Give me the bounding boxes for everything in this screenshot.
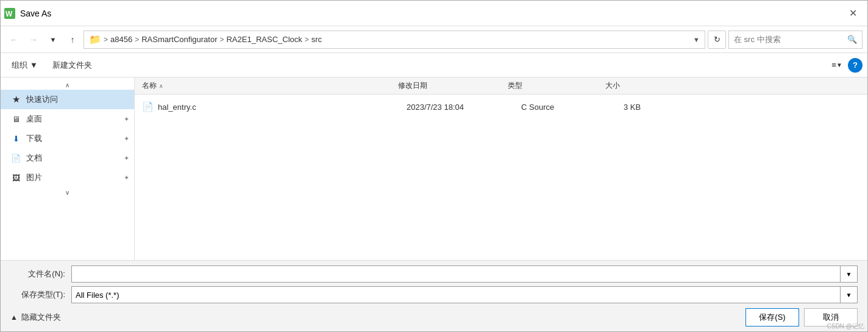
address-sep-3: > [219,35,224,44]
col-header-date[interactable]: 修改日期 [396,78,505,94]
bottom-area: 文件名(N): ▼ 保存类型(T): All Files (*.*) ▼ ▲ 隐… [1,260,867,331]
folder-icon: 📁 [89,34,101,45]
desktop-pin-icon: ✦ [124,115,129,123]
address-part-2: RASmartConfigurator [141,35,217,44]
close-button[interactable]: ✕ [843,4,863,23]
filetype-select[interactable]: All Files (*.*) [71,286,841,303]
quick-access-icon: ★ [10,94,21,105]
filename-dropdown-arrow[interactable]: ▼ [841,265,858,283]
search-input[interactable] [734,35,844,44]
sidebar-downloads-label: 下载 [26,133,119,144]
desktop-icon: 🖥 [10,114,21,125]
dialog-title: Save As [20,9,51,18]
col-date-label: 修改日期 [398,81,427,91]
sidebar: ∧ ★ 快速访问 🖥 桌面 ✦ ⬇ 下载 ✦ 📄 文档 ✦ 🖼 [1,78,135,260]
col-name-label: 名称 [142,81,157,91]
sidebar-pictures-label: 图片 [26,172,119,183]
col-header-size[interactable]: 大小 [603,78,664,94]
search-icon: 🔍 [847,35,857,44]
documents-pin-icon: ✦ [124,154,129,162]
col-header-name[interactable]: 名称 ∧ [140,78,396,94]
sidebar-item-desktop[interactable]: 🖥 桌面 ✦ [1,109,134,129]
sidebar-scroll-down[interactable]: ∨ [1,187,134,197]
address-chevron-icon: ▼ [693,36,700,43]
sidebar-item-pictures[interactable]: 🖼 图片 ✦ [1,168,134,187]
file-type: C Source [521,103,619,112]
filename-row: 文件名(N): ▼ [10,265,858,283]
sidebar-quick-access-label: 快速访问 [26,94,129,105]
organize-button[interactable]: 组织 ▼ [5,57,44,74]
title-bar: W Save As ✕ [1,1,867,26]
filetype-row: 保存类型(T): All Files (*.*) ▼ [10,286,858,303]
sidebar-scroll-up[interactable]: ∧ [1,80,134,90]
save-as-dialog: W Save As ✕ ← → ▼ ↑ 📁 > a8456 > RASmartC… [0,0,868,332]
footer-row: ▲ 隐藏文件夹 保存(S) 取消 [10,308,858,327]
address-part-3: RA2E1_RASC_Clock [226,35,302,44]
up-button[interactable]: ↑ [64,31,81,48]
main-area: ∧ ★ 快速访问 🖥 桌面 ✦ ⬇ 下载 ✦ 📄 文档 ✦ 🖼 [1,78,867,260]
organize-label: 组织 [12,60,27,71]
address-sep-4: > [305,35,309,44]
pictures-icon: 🖼 [10,172,21,183]
search-box[interactable]: 🔍 [728,31,863,49]
app-icon: W [4,8,15,19]
toolbar: 组织 ▼ 新建文件夹 ≡ ▼ ? [1,53,867,78]
sidebar-desktop-label: 桌面 [26,114,119,125]
file-list-header: 名称 ∧ 修改日期 类型 大小 [135,78,867,95]
file-list: 名称 ∧ 修改日期 类型 大小 📄 hal_entry.c 2023/7 [135,78,867,260]
col-size-label: 大小 [605,81,620,91]
file-icon: 📄 [142,101,153,112]
watermark: CSDN @记忆 [827,322,864,331]
sidebar-item-documents[interactable]: 📄 文档 ✦ [1,148,134,168]
view-label: ≡ [831,60,836,70]
sort-asc-icon: ∧ [159,83,163,89]
pictures-pin-icon: ✦ [124,174,129,182]
chevron-up-icon: ▲ [10,313,18,322]
sidebar-item-downloads[interactable]: ⬇ 下载 ✦ [1,129,134,148]
address-part-1: a8456 [110,35,132,44]
filename-input[interactable] [71,265,841,283]
title-bar-left: W Save As [4,8,51,19]
view-arrow-icon: ▼ [836,62,842,68]
view-button[interactable]: ≡ ▼ [828,57,845,74]
filename-label: 文件名(N): [10,269,71,280]
sidebar-item-quick-access[interactable]: ★ 快速访问 [1,90,134,109]
forward-button[interactable]: → [25,31,42,48]
address-sep-2: > [135,35,139,44]
file-item-hal-entry[interactable]: 📄 hal_entry.c 2023/7/23 18:04 C Source 3… [135,97,867,117]
save-button[interactable]: 保存(S) [745,308,799,327]
col-header-type[interactable]: 类型 [505,78,603,94]
documents-icon: 📄 [10,153,21,164]
filetype-label: 保存类型(T): [10,289,71,300]
back-button[interactable]: ← [5,31,23,48]
downloads-icon: ⬇ [10,133,21,144]
sidebar-documents-label: 文档 [26,153,119,164]
svg-text:W: W [5,10,13,18]
col-type-label: 类型 [508,81,522,91]
new-folder-label: 新建文件夹 [52,60,92,71]
address-box[interactable]: 📁 > a8456 > RASmartConfigurator > RA2E1_… [84,31,705,49]
organize-arrow-icon: ▼ [30,60,38,70]
address-sep-1: > [104,35,108,44]
file-items: 📄 hal_entry.c 2023/7/23 18:04 C Source 3… [135,95,867,260]
dropdown-button[interactable]: ▼ [44,31,62,48]
filetype-dropdown-arrow[interactable]: ▼ [841,286,858,303]
address-bar: ← → ▼ ↑ 📁 > a8456 > RASmartConfigurator … [1,26,867,53]
file-size: 3 KB [624,103,685,112]
hide-folder-toggle[interactable]: ▲ 隐藏文件夹 [10,312,61,323]
help-button[interactable]: ? [848,58,863,73]
file-name: hal_entry.c [158,103,402,112]
address-part-4: src [311,35,322,44]
hide-folder-label: 隐藏文件夹 [21,312,61,323]
new-folder-button[interactable]: 新建文件夹 [46,57,98,74]
file-date: 2023/7/23 18:04 [407,103,516,112]
downloads-pin-icon: ✦ [124,135,129,143]
refresh-button[interactable]: ↻ [708,31,726,49]
